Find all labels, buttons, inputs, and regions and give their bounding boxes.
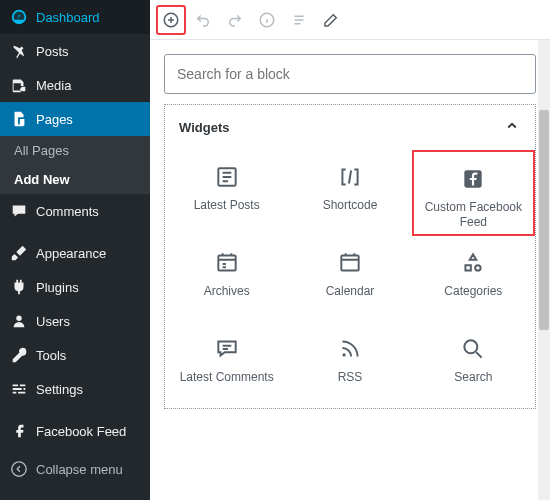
- plug-icon: [10, 278, 28, 296]
- svg-point-1: [16, 316, 21, 321]
- scrollbar-thumb[interactable]: [539, 110, 549, 330]
- sliders-icon: [10, 380, 28, 398]
- sidebar-item-label: Plugins: [36, 280, 79, 295]
- editor-main: Widgets Latest Posts Shortcode Custom Fa…: [150, 0, 550, 500]
- admin-sidebar: Dashboard Posts Media Pages All Pages Ad…: [0, 0, 150, 500]
- section-header-widgets[interactable]: Widgets: [165, 105, 535, 150]
- svg-point-2: [12, 462, 26, 476]
- block-calendar[interactable]: Calendar: [288, 236, 411, 322]
- sidebar-item-label: Appearance: [36, 246, 106, 261]
- categories-icon: [460, 250, 486, 276]
- sidebar-item-label: Tools: [36, 348, 66, 363]
- sidebar-item-label: Facebook Feed: [36, 424, 126, 439]
- search-icon: [460, 336, 486, 362]
- chevron-up-icon: [503, 117, 521, 138]
- sidebar-item-label: Dashboard: [36, 10, 100, 25]
- sidebar-item-pages[interactable]: Pages: [0, 102, 150, 136]
- add-block-button[interactable]: [156, 5, 186, 35]
- latest-comments-icon: [214, 336, 240, 362]
- sidebar-sub-add-new[interactable]: Add New: [0, 165, 150, 194]
- media-icon: [10, 76, 28, 94]
- sidebar-item-plugins[interactable]: Plugins: [0, 270, 150, 304]
- widgets-section: Widgets Latest Posts Shortcode Custom Fa…: [164, 104, 536, 409]
- sidebar-item-users[interactable]: Users: [0, 304, 150, 338]
- user-icon: [10, 312, 28, 330]
- sidebar-item-label: Users: [36, 314, 70, 329]
- wrench-icon: [10, 346, 28, 364]
- sidebar-item-appearance[interactable]: Appearance: [0, 236, 150, 270]
- info-button[interactable]: [252, 5, 282, 35]
- sidebar-item-label: Pages: [36, 112, 73, 127]
- sidebar-item-dashboard[interactable]: Dashboard: [0, 0, 150, 34]
- block-shortcode[interactable]: Shortcode: [288, 150, 411, 236]
- sidebar-sub-all-pages[interactable]: All Pages: [0, 136, 150, 165]
- facebook-box-icon: [460, 166, 486, 192]
- block-search[interactable]: [164, 54, 536, 94]
- collapse-menu[interactable]: Collapse menu: [0, 452, 150, 486]
- block-archives[interactable]: Archives: [165, 236, 288, 322]
- block-latest-comments[interactable]: Latest Comments: [165, 322, 288, 408]
- sidebar-item-label: Settings: [36, 382, 83, 397]
- outline-button[interactable]: [284, 5, 314, 35]
- svg-rect-7: [218, 255, 235, 270]
- latest-posts-icon: [214, 164, 240, 190]
- search-input[interactable]: [177, 66, 523, 82]
- block-search[interactable]: Search: [412, 322, 535, 408]
- sidebar-item-label: Posts: [36, 44, 69, 59]
- svg-point-10: [465, 340, 478, 353]
- sidebar-item-facebook-feed[interactable]: Facebook Feed: [0, 414, 150, 448]
- dashboard-icon: [10, 8, 28, 26]
- sidebar-item-media[interactable]: Media: [0, 68, 150, 102]
- calendar-icon: [337, 250, 363, 276]
- sidebar-item-posts[interactable]: Posts: [0, 34, 150, 68]
- sidebar-item-settings[interactable]: Settings: [0, 372, 150, 406]
- shortcode-icon: [337, 164, 363, 190]
- svg-rect-8: [341, 255, 358, 270]
- block-categories[interactable]: Categories: [412, 236, 535, 322]
- pin-icon: [10, 42, 28, 60]
- panel-scrollbar[interactable]: [538, 40, 550, 500]
- block-grid: Latest Posts Shortcode Custom Facebook F…: [165, 150, 535, 408]
- edit-button[interactable]: [316, 5, 346, 35]
- archives-icon: [214, 250, 240, 276]
- comment-icon: [10, 202, 28, 220]
- block-latest-posts[interactable]: Latest Posts: [165, 150, 288, 236]
- brush-icon: [10, 244, 28, 262]
- block-inserter-panel: Widgets Latest Posts Shortcode Custom Fa…: [164, 54, 536, 409]
- facebook-icon: [10, 422, 28, 440]
- block-rss[interactable]: RSS: [288, 322, 411, 408]
- sidebar-item-tools[interactable]: Tools: [0, 338, 150, 372]
- rss-icon: [337, 336, 363, 362]
- editor-toolbar: [150, 0, 550, 40]
- section-title: Widgets: [179, 120, 229, 135]
- block-custom-facebook-feed[interactable]: Custom Facebook Feed: [412, 150, 535, 236]
- sidebar-item-label: Media: [36, 78, 71, 93]
- redo-button[interactable]: [220, 5, 250, 35]
- svg-point-9: [342, 353, 345, 356]
- collapse-icon: [10, 460, 28, 478]
- sidebar-item-label: Comments: [36, 204, 99, 219]
- undo-button[interactable]: [188, 5, 218, 35]
- sidebar-item-comments[interactable]: Comments: [0, 194, 150, 228]
- pages-icon: [10, 110, 28, 128]
